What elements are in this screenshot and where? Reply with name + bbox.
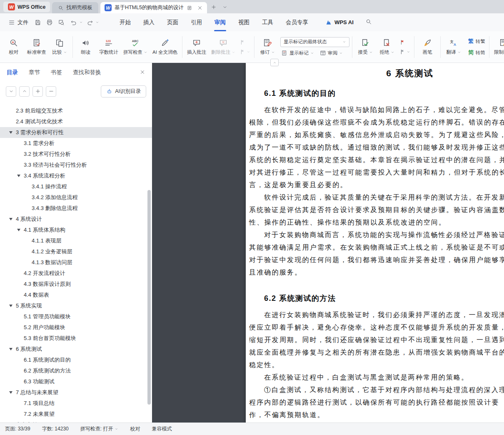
toc-chevron-down-button[interactable] <box>6 86 16 97</box>
toc-item[interactable]: 4.2 开发流程设计 <box>0 268 152 279</box>
toc-item[interactable]: 4.1.1 表现层 <box>0 235 152 246</box>
ribbon-button-word-count[interactable]: 123字数统计 <box>97 37 120 57</box>
redo-button[interactable] <box>85 17 95 28</box>
caret-down-icon[interactable] <box>17 229 20 231</box>
wps-office-button[interactable]: W WPS Office <box>3 2 50 12</box>
toc-item[interactable]: 3.2 技术可行性分析 <box>0 149 152 160</box>
undo-dropdown-icon[interactable] <box>79 20 83 24</box>
toc-item[interactable]: 2.4 测试与优化技术 <box>0 116 152 127</box>
toc-minus-button[interactable] <box>46 86 56 97</box>
menu-tab-tools[interactable]: 工具 <box>256 13 279 31</box>
ribbon-button-accept[interactable]: 接受 <box>355 37 376 57</box>
sidebar-tab-toc[interactable]: 目录 <box>7 69 18 76</box>
toc-item[interactable]: 3 需求分析和可行性 <box>0 127 152 138</box>
ribbon-button-restrict-editing[interactable]: 限制编辑 <box>492 37 504 57</box>
ribbon-button-read-aloud[interactable]: 朗读 <box>75 37 96 57</box>
toc-item[interactable]: 5.3 前台首页功能模块 <box>0 333 152 344</box>
close-tab-icon[interactable] <box>197 5 203 11</box>
ribbon-button-to-simplified[interactable]: 简转简 <box>467 48 487 57</box>
menu-tab-home[interactable]: 开始 <box>113 13 137 31</box>
tab-list-button[interactable] <box>220 2 230 12</box>
caret-down-icon[interactable] <box>9 391 12 394</box>
caret-down-icon[interactable] <box>9 348 12 350</box>
ribbon-button-insert-comment[interactable]: 插入批注 <box>185 37 208 57</box>
status-compat-mode[interactable]: 兼容模式 <box>152 425 172 432</box>
ribbon-button-translate[interactable]: 文A翻译 <box>443 37 464 57</box>
sidebar-tab-bookmark[interactable]: 书签 <box>51 69 62 76</box>
close-sidebar-icon[interactable] <box>140 69 145 75</box>
caret-down-icon[interactable] <box>17 175 20 177</box>
status-spell-check[interactable]: 拼写检查: 打开 <box>80 425 119 432</box>
document-page[interactable]: 6 系统测试 6.1 系统测试的目的在软件开发的征途中，错误与缺陷如同路上的石子… <box>246 63 504 422</box>
ribbon-button-spell-check[interactable]: ABC拼写检查 <box>121 37 150 57</box>
toc-item[interactable]: 4.1 系统体系结构 <box>0 225 152 235</box>
menu-tab-insert[interactable]: 插入 <box>137 13 161 31</box>
caret-down-icon[interactable] <box>9 131 12 134</box>
toc-item[interactable]: 参考文献 <box>0 420 152 422</box>
toc-item[interactable]: 7.1 项目总结 <box>0 398 152 409</box>
menu-tab-view[interactable]: 视图 <box>232 13 256 31</box>
ribbon-button-pen[interactable]: 画笔 <box>417 37 438 57</box>
caret-down-icon[interactable] <box>9 218 12 220</box>
wps-ai-button[interactable]: WPS AI <box>325 19 354 26</box>
redo-dropdown-icon[interactable] <box>95 20 99 24</box>
template-tab[interactable]: 找稻壳模板 <box>52 2 98 13</box>
search-button[interactable] <box>365 18 372 27</box>
toc-item[interactable]: 4 系统设计 <box>0 214 152 225</box>
undo-button[interactable] <box>68 17 79 28</box>
print-button[interactable] <box>44 17 55 28</box>
toc-item[interactable]: 7 总结与未来展望 <box>0 387 152 398</box>
ribbon-button-prev-change[interactable] <box>399 39 410 45</box>
file-menu-button[interactable]: 文件 <box>5 17 32 28</box>
sidebar-tab-find-replace[interactable]: 查找和替换 <box>73 69 101 76</box>
menu-tab-reference[interactable]: 引用 <box>185 13 208 31</box>
menu-tab-page[interactable]: 页面 <box>161 13 185 31</box>
ai-recognize-toc-button[interactable]: AI识别目录 <box>101 85 146 98</box>
collapse-ribbon-button[interactable] <box>270 59 279 66</box>
toc-item[interactable]: 4.1.3 数据访问层 <box>0 257 152 268</box>
toc-item[interactable]: 3.4.1 操作流程 <box>0 181 152 192</box>
toc-chevron-up-button[interactable] <box>19 86 30 97</box>
toc-item[interactable]: 5.1 管理员功能模块 <box>0 311 152 322</box>
caret-down-icon[interactable] <box>9 305 12 307</box>
toc-item[interactable]: 3.4.2 添加信息流程 <box>0 192 152 203</box>
ribbon-button-reviewing-pane[interactable]: 审阅 <box>319 49 344 57</box>
toc-item[interactable]: 4.1.2 业务逻辑层 <box>0 246 152 257</box>
ribbon-button-next-change[interactable] <box>399 49 410 55</box>
toc-plus-button[interactable] <box>32 86 43 97</box>
toc-item[interactable]: 3.4 系统流程分析 <box>0 170 152 181</box>
ribbon-button-reject[interactable]: 拒绝 <box>377 37 397 57</box>
toc-item[interactable]: 3.1 需求分析 <box>0 138 152 149</box>
ribbon-button-standard-review[interactable]: 标准审查 <box>25 37 48 57</box>
toc-item[interactable]: 3.4.3 删除信息流程 <box>0 203 152 214</box>
ribbon-button-compare[interactable]: 比较 <box>49 37 70 57</box>
sidebar-tab-chapter[interactable]: 章节 <box>29 69 40 76</box>
ribbon-button-to-traditional[interactable]: 繁转繁 <box>467 37 487 46</box>
status-proofread[interactable]: 校对 <box>130 425 140 432</box>
toc-item[interactable]: 4.4 数据表 <box>0 290 152 300</box>
toc-item[interactable]: 5.2 用户功能模块 <box>0 322 152 333</box>
ribbon-button-show-markup[interactable]: 显示标记 <box>280 49 315 57</box>
new-tab-button[interactable] <box>209 2 218 12</box>
menu-tab-review[interactable]: 审阅 <box>208 13 232 31</box>
toc-item[interactable]: 6.1 系统测试的目的 <box>0 355 152 365</box>
ribbon-button-track-changes[interactable]: 修订 <box>257 37 278 57</box>
status-word-count[interactable]: 字数: 14230 <box>42 425 69 432</box>
display-state-select[interactable]: 显示标记的最终状态 <box>280 37 349 47</box>
print-preview-button[interactable] <box>56 17 67 28</box>
status-page-number[interactable]: 页面: 33/39 <box>5 425 30 432</box>
toc-item[interactable]: 6.3 功能测试 <box>0 376 152 387</box>
toc-item[interactable]: 6 系统测试 <box>0 344 152 355</box>
toc-item[interactable]: 2.3 前后端交互技术 <box>0 105 152 116</box>
document-tab[interactable]: W 基于HTML5的购物商城的设计 <box>100 2 207 13</box>
ribbon-button-ai-polish[interactable]: AI 全文润色 <box>150 37 180 57</box>
ribbon-button-proofread[interactable]: A校对 <box>3 37 24 57</box>
toc-item[interactable]: 6.2 系统测试的方法 <box>0 365 152 376</box>
toc-item[interactable]: 5 系统实现 <box>0 300 152 311</box>
save-button[interactable] <box>32 17 43 28</box>
menu-tab-member[interactable]: 会员专享 <box>279 13 314 31</box>
toc-item[interactable]: 7.2 未来展望 <box>0 409 152 420</box>
toc-item[interactable]: 3.3 经济与社会可行性分析 <box>0 160 152 170</box>
toc-item[interactable]: 4.3 数据库设计原则 <box>0 279 152 290</box>
sidebar-scrollbar[interactable] <box>147 190 151 405</box>
